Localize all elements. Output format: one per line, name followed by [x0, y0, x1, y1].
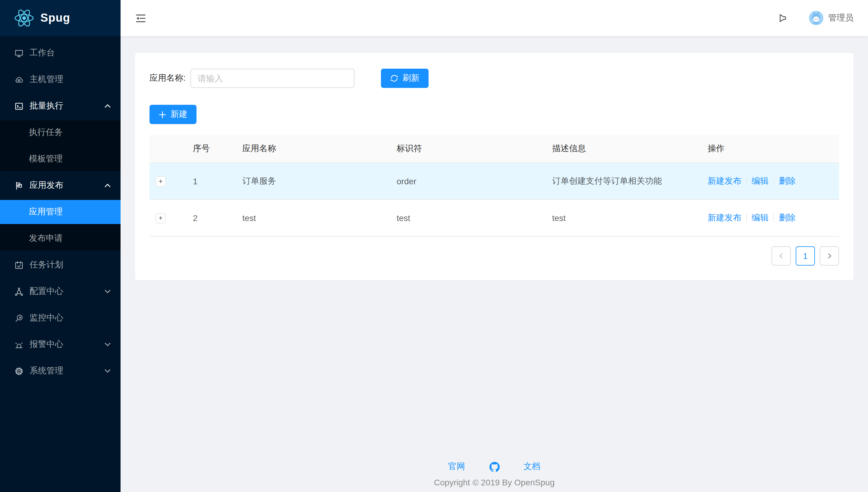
- cloud-server-icon: [15, 75, 24, 84]
- sidebar-item-label: 主机管理: [29, 74, 63, 85]
- chevron-up-icon: [104, 183, 111, 188]
- delete-link[interactable]: 删除: [779, 176, 796, 186]
- github-icon[interactable]: [489, 462, 499, 472]
- submenu-app-deploy: 应用管理 发布申请: [0, 200, 121, 250]
- filter-row: 应用名称: 刷新: [149, 69, 839, 88]
- sidebar-item-dashboard[interactable]: 工作台: [0, 41, 121, 65]
- sidebar-item-label: 任务计划: [29, 260, 63, 270]
- create-label: 新建: [170, 109, 187, 120]
- cell-desc: 订单创建支付等订单相关功能: [542, 163, 698, 200]
- chevron-left-icon: [778, 253, 784, 259]
- sidebar-item-app-deploy[interactable]: 应用发布: [0, 173, 121, 198]
- sidebar-item-alarm-center[interactable]: 报警中心: [0, 333, 121, 356]
- network-nodes-icon: [15, 287, 24, 296]
- cell-name: 订单服务: [233, 163, 387, 200]
- delete-link[interactable]: 删除: [779, 213, 796, 222]
- content: 应用名称: 刷新: [135, 53, 853, 280]
- docs-link[interactable]: 文档: [523, 461, 540, 472]
- table-row: + 1 订单服务 order 订单创建支付等订单相关功能 新建发布编辑删除: [149, 163, 839, 200]
- sidebar-item-exec-task[interactable]: 执行任务: [0, 120, 121, 145]
- sidebar-item-label: 应用发布: [29, 180, 63, 191]
- divider: [746, 177, 747, 186]
- expand-row-button[interactable]: +: [156, 213, 166, 223]
- megaphone-icon[interactable]: [767, 0, 799, 36]
- edit-link[interactable]: 编辑: [752, 213, 769, 222]
- new-release-link[interactable]: 新建发布: [708, 213, 742, 222]
- cell-index: 1: [183, 163, 233, 200]
- cell-index: 2: [183, 200, 233, 236]
- official-site-link[interactable]: 官网: [448, 461, 465, 472]
- app-name-label: 应用名称:: [149, 73, 186, 84]
- edit-link[interactable]: 编辑: [752, 176, 769, 186]
- column-header-key: 标识符: [387, 135, 542, 163]
- sidebar-item-config-center[interactable]: 配置中心: [0, 279, 121, 303]
- sidebar-item-label: 报警中心: [29, 339, 63, 350]
- sidebar-item-label: 工作台: [29, 48, 55, 58]
- flag-icon: [15, 181, 24, 190]
- expand-column-header: [149, 135, 183, 163]
- sidebar-item-hosts[interactable]: 主机管理: [0, 68, 121, 92]
- table-header-row: 序号 应用名称 标识符 描述信息 操作: [149, 135, 839, 163]
- submenu-batch-exec: 执行任务 模板管理: [0, 120, 121, 171]
- user-menu[interactable]: 管理员: [809, 11, 853, 25]
- brand-title: Spug: [40, 11, 70, 25]
- sidebar-item-monitor-center[interactable]: 监控中心: [0, 306, 121, 330]
- divider: [746, 214, 747, 222]
- refresh-label: 刷新: [403, 73, 420, 84]
- sidebar-item-template-mgmt[interactable]: 模板管理: [0, 147, 121, 171]
- code-icon: [15, 101, 24, 110]
- menu-fold-icon[interactable]: [121, 0, 161, 36]
- topbar: 管理员: [121, 0, 868, 36]
- copyright: Copyright © 2019 By OpenSpug: [121, 477, 868, 487]
- chevron-down-icon: [104, 369, 111, 373]
- chevron-down-icon: [104, 342, 111, 347]
- cell-name: test: [233, 200, 387, 236]
- brand: Spug: [0, 0, 121, 36]
- sidebar-item-app-mgmt[interactable]: 应用管理: [0, 200, 121, 224]
- plus-icon: [159, 110, 166, 118]
- expand-row-button[interactable]: +: [156, 176, 166, 187]
- sidebar-item-batch-exec[interactable]: 批量执行: [0, 94, 121, 118]
- sidebar-item-label: 监控中心: [29, 313, 63, 323]
- main-area: 管理员 应用名称:: [121, 0, 868, 492]
- desktop-icon: [15, 48, 24, 57]
- divider: [773, 214, 774, 222]
- sidebar-item-release-request[interactable]: 发布申请: [0, 226, 121, 250]
- column-header-desc: 描述信息: [542, 135, 698, 163]
- sidebar-item-label: 发布申请: [29, 233, 63, 244]
- cell-desc: test: [542, 200, 698, 236]
- sidebar-item-label: 配置中心: [29, 286, 63, 297]
- app-list-card: 应用名称: 刷新: [135, 53, 853, 280]
- pagination-page-1[interactable]: 1: [796, 246, 815, 266]
- create-button[interactable]: 新建: [149, 105, 196, 124]
- siren-icon: [15, 340, 24, 349]
- new-release-link[interactable]: 新建发布: [708, 176, 742, 186]
- column-header-index: 序号: [183, 135, 233, 163]
- sidebar-item-label: 应用管理: [29, 206, 63, 217]
- sidebar-item-label: 批量执行: [29, 101, 63, 112]
- sidebar-item-system-mgmt[interactable]: 系统管理: [0, 359, 121, 383]
- footer: 官网 文档 Copyright © 2019 By OpenSpug: [121, 461, 868, 492]
- chevron-up-icon: [104, 104, 111, 108]
- sidebar-item-task-schedule[interactable]: 任务计划: [0, 253, 121, 277]
- user-name: 管理员: [828, 13, 853, 24]
- cell-actions: 新建发布编辑删除: [698, 163, 839, 200]
- sidebar-menu: 工作台 主机管理 批量执行 执行任务: [0, 36, 121, 386]
- sidebar-item-label: 执行任务: [29, 127, 63, 138]
- app-table: 序号 应用名称 标识符 描述信息 操作 + 1: [149, 135, 839, 237]
- divider: [773, 177, 774, 186]
- cell-key: order: [387, 163, 542, 200]
- sidebar: Spug 工作台 主机管理 批量执行: [0, 0, 121, 492]
- app-root: Spug 工作台 主机管理 批量执行: [0, 0, 868, 492]
- pagination: 1: [149, 246, 839, 266]
- refresh-button[interactable]: 刷新: [381, 69, 428, 88]
- pagination-prev-button[interactable]: [772, 246, 791, 266]
- pagination-next-button[interactable]: [820, 246, 839, 266]
- table-row: + 2 test test test 新建发布编辑删除: [149, 200, 839, 236]
- column-header-actions: 操作: [698, 135, 839, 163]
- sidebar-item-label: 模板管理: [29, 153, 63, 165]
- sidebar-item-label: 系统管理: [29, 366, 63, 376]
- footer-links: 官网 文档: [121, 461, 868, 472]
- app-name-input[interactable]: [190, 69, 354, 88]
- column-header-name: 应用名称: [233, 135, 387, 163]
